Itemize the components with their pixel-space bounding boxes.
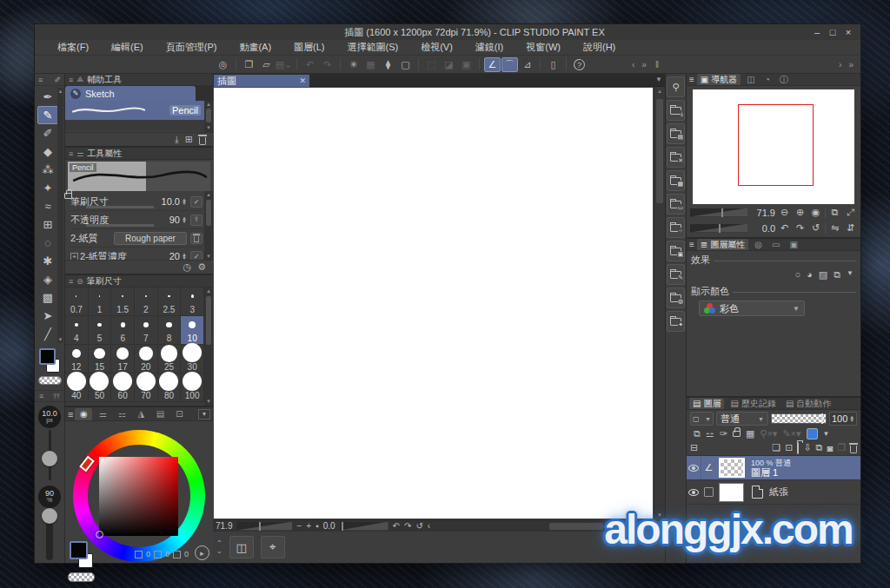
panel-menu-icon[interactable]: ≡ [68, 409, 73, 420]
snap-special-ruler-icon[interactable]: ⌒ [501, 57, 518, 72]
brush-size-cell[interactable]: 15 [89, 345, 112, 373]
material-folder-balloon[interactable]: ◍ [667, 287, 685, 308]
tab-list-chevron[interactable]: ▼ [655, 76, 662, 83]
blend-mode-select[interactable]: 普通▼ [716, 412, 768, 426]
nav-rotate-right-icon[interactable]: ↷ [794, 222, 807, 234]
brush-size-cell[interactable]: 80 [158, 373, 182, 402]
material-folder-draft[interactable]: ✎ [667, 264, 685, 285]
panel-menu-icon[interactable]: ≡ [689, 240, 694, 249]
brush-size-cell[interactable]: 20 [135, 345, 158, 373]
nav-zoom-in-icon[interactable]: ⊕ [794, 207, 807, 218]
tab-navigator[interactable]: ▣ 導航器 [697, 74, 741, 85]
nav-flip-horizontal-icon[interactable]: ⇋ [828, 222, 841, 234]
param-paper-texture[interactable]: 2-紙質 Rough paper [70, 229, 203, 248]
nav-fullscreen-icon[interactable]: ⤢ [844, 207, 857, 218]
brush-size-cell[interactable]: 1 [89, 287, 112, 316]
brush-size-cell[interactable]: 100 [181, 373, 204, 402]
sub-tool-item-pencil[interactable]: Pencil [65, 101, 204, 120]
tab-information[interactable]: ⓘ [776, 74, 792, 85]
nav-fit-screen-icon[interactable]: ⧉ [828, 207, 841, 218]
param-opacity[interactable]: 不透明度 90 ▲▼ ⫯ [70, 211, 203, 229]
brush-size-cell[interactable]: 40 [65, 373, 89, 402]
transparent-color-swatch[interactable] [38, 376, 62, 385]
rotate-right-icon[interactable]: ↷ [404, 521, 411, 531]
menu-item[interactable]: 檔案(F) [47, 40, 99, 55]
clear-icon[interactable]: ✳ [345, 57, 362, 72]
brush-size-cell[interactable]: 3 [181, 287, 204, 316]
strip-menu-icon[interactable]: ≡ [39, 392, 43, 400]
selection-outside-icon[interactable]: ▣ [458, 57, 475, 72]
fill-tool[interactable]: ◈ [37, 270, 58, 288]
canvas-page[interactable] [214, 88, 653, 519]
rotation-slider[interactable] [340, 522, 389, 531]
reset-rotation-icon[interactable]: ↺ [415, 521, 422, 531]
two-pane-view-button[interactable]: ◫ [229, 536, 254, 558]
navigator-zoom-slider[interactable] [690, 208, 747, 217]
nav-rotate-left-icon[interactable]: ↶ [778, 222, 791, 234]
close-document-icon[interactable]: ✕ [299, 76, 306, 85]
paper-texture-button[interactable]: Rough paper [114, 232, 187, 245]
new-canvas-icon[interactable]: ❐ [241, 57, 257, 72]
layer-opacity-value[interactable]: 100▲▼ [829, 412, 857, 426]
new-raster-layer-icon[interactable]: ❏ [772, 442, 780, 453]
brush-size-cell[interactable]: 30 [181, 345, 204, 373]
redo-icon[interactable]: ↷ [319, 57, 335, 72]
brush-size-cell[interactable]: 70 [135, 373, 158, 402]
selection-border-icon[interactable]: ⬚ [423, 57, 440, 72]
layer-reflect-icon[interactable]: ⧉ [834, 269, 840, 281]
menu-item[interactable]: 檢視(V) [410, 40, 463, 55]
brush-size-cell[interactable]: 17 [111, 345, 135, 373]
blend-tool[interactable]: ≈ [37, 197, 58, 215]
figure-tool[interactable]: ╱ [37, 325, 58, 343]
menu-item[interactable]: 說明(H) [573, 40, 626, 55]
param-slider[interactable] [86, 224, 154, 227]
brush-size-cell[interactable]: 8 [158, 316, 182, 345]
tab-intermediate-color[interactable]: ◮ [132, 408, 149, 420]
layer-panel-tab[interactable]: ▤ 自動動作 [782, 398, 834, 409]
brush-size-cell[interactable]: 10 [181, 316, 204, 345]
decoration-tool[interactable]: ✦ [37, 179, 58, 197]
layer-list-view-icon[interactable]: ⊟ [690, 442, 698, 453]
tab-color-wheel[interactable]: ◉ [75, 408, 92, 420]
tab-color-set[interactable]: ⚏ [113, 408, 130, 420]
layer-color-chevron[interactable]: ▼ [823, 430, 830, 438]
duplicate-sub-tool-icon[interactable]: ⊞ [185, 134, 193, 145]
tab-color-slider[interactable]: ⚌ [94, 408, 111, 420]
material-folder-downloads[interactable]: ⤓ [667, 100, 685, 121]
transparent-color-swatch[interactable] [68, 572, 95, 582]
layer-visibility-toggle[interactable] [687, 456, 701, 479]
brush-size-cell[interactable]: 7 [135, 316, 158, 345]
help-icon[interactable]: ? [571, 57, 588, 72]
zoom-fit-icon[interactable]: ▪ [315, 521, 319, 531]
pen-tool[interactable]: ✒ [37, 88, 58, 106]
material-folder-3d[interactable]: ✦ [667, 311, 685, 332]
merge-down-icon[interactable]: ⧉ [816, 442, 823, 453]
tab-overflow-chevron[interactable]: ▼ [198, 409, 210, 420]
enable-mask-icon[interactable]: ⚲×▾ [760, 428, 777, 439]
stepper-icon[interactable]: ▲▼ [182, 216, 189, 223]
quick-search-button[interactable]: ⚲ [667, 76, 685, 97]
navigator-thumbnail[interactable] [693, 89, 854, 204]
new-folder-icon[interactable] [797, 443, 799, 453]
display-color-select[interactable]: 彩色 ▼ [699, 301, 805, 316]
layer-color-swatch[interactable] [807, 428, 818, 439]
tab-item-bank[interactable]: ◔ [761, 74, 774, 85]
sub-tool-scrollbar[interactable]: ▲▼ [204, 101, 213, 132]
rotate-left-icon[interactable]: ↶ [393, 521, 400, 531]
nav-flip-vertical-icon[interactable]: ⇵ [844, 222, 857, 234]
auto-select-tool[interactable]: ✱ [37, 252, 58, 270]
snap-ruler-icon[interactable]: ∠ [484, 57, 501, 72]
opacity-slider[interactable] [35, 508, 64, 562]
tab-layer-search[interactable]: ◎ [751, 239, 766, 250]
invert-selection-icon[interactable]: ◪ [441, 57, 457, 72]
menu-item[interactable]: 視窗(W) [515, 40, 571, 55]
close-button[interactable]: × [841, 27, 855, 37]
brush-size-badge[interactable]: 10.0px [38, 406, 61, 428]
opacity-badge[interactable]: 90% [38, 486, 61, 508]
material-folder-tiles[interactable]: ⁘ [667, 217, 685, 238]
minimize-button[interactable]: – [810, 27, 824, 37]
advanced-settings-icon[interactable]: ⚙ [197, 261, 206, 273]
brush-size-slider[interactable] [35, 428, 64, 482]
lock-layer-icon[interactable] [733, 431, 741, 437]
menu-item[interactable]: 圖層(L) [283, 40, 335, 55]
